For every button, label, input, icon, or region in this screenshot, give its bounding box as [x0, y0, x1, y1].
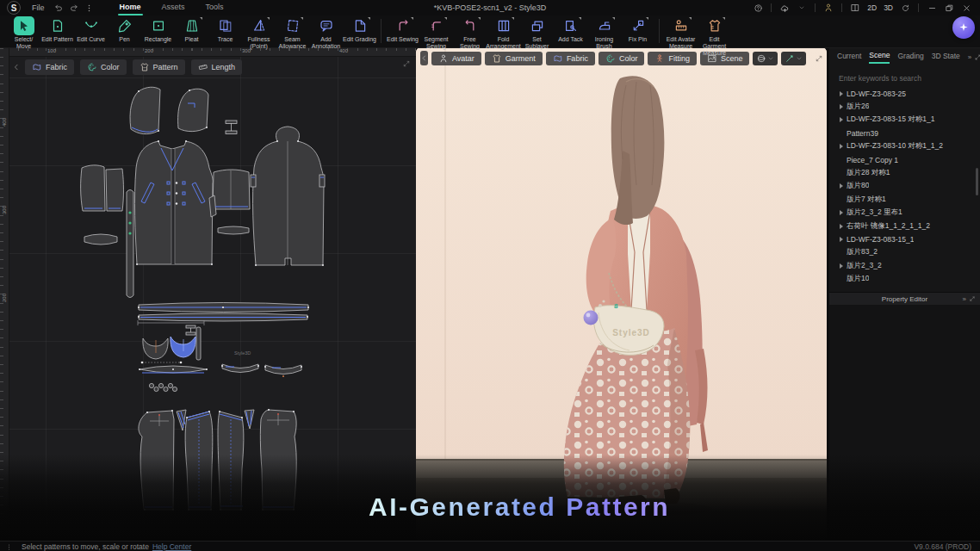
- scene-tree-item[interactable]: 版片7 对称1: [829, 193, 980, 206]
- tool-trace[interactable]: Trace: [208, 16, 242, 43]
- 2d-view-toggle[interactable]: 2D: [865, 3, 878, 12]
- tool-add-tack[interactable]: Add Tack: [554, 16, 587, 43]
- tree-item-label: Pattern39: [847, 129, 878, 138]
- color-palette-icon: [87, 62, 97, 72]
- edit-curve-icon: [81, 16, 102, 35]
- 2d-button-pattern[interactable]: Pattern: [133, 59, 185, 75]
- tree-scrollbar[interactable]: [976, 168, 978, 195]
- redo-icon[interactable]: [68, 2, 80, 14]
- tool-edit-curve[interactable]: Edit Curve: [74, 16, 108, 43]
- tool-rectangle[interactable]: Rectangle: [141, 16, 175, 43]
- expand-arrow-icon[interactable]: [840, 117, 843, 122]
- tree-item-label: Piece_7 Copy 1: [847, 156, 898, 164]
- tool-label: Fullness (Point): [242, 36, 276, 50]
- help-icon[interactable]: [751, 2, 765, 14]
- expand-arrow-icon[interactable]: [840, 91, 843, 96]
- tool-ironing-brush[interactable]: Ironing Brush: [587, 16, 621, 50]
- nav-tab-assets[interactable]: Assets: [152, 0, 195, 15]
- tool-label: Add Annotation: [309, 36, 343, 50]
- pleat-icon: [182, 16, 202, 35]
- bag-charm: [584, 311, 599, 325]
- selected-pattern-piece[interactable]: [171, 337, 195, 357]
- tool-set-sublayer[interactable]: Set Sublayer: [520, 16, 554, 50]
- undo-icon[interactable]: [53, 2, 65, 14]
- scene-tree-item[interactable]: 版片26: [829, 100, 980, 113]
- 2d-button-fabric[interactable]: Fabric: [25, 59, 74, 75]
- tool-fold-arrangement[interactable]: Fold Arrangement: [487, 16, 520, 50]
- sync-icon[interactable]: [898, 2, 912, 14]
- tool-seam-allowance[interactable]: Seam Allowance: [276, 16, 309, 50]
- scene-tree: LD-WF-Z3-083-25版片26LD-WF-Z3-083-15 对称1_1…: [829, 87, 980, 286]
- style3d-logo: S: [7, 1, 21, 15]
- collapse-property-editor-icon[interactable]: »: [963, 295, 966, 303]
- tree-item-label: 版片80: [847, 181, 869, 191]
- search-input[interactable]: [837, 73, 970, 84]
- ai-assistant-button[interactable]: [952, 16, 975, 39]
- scene-tree-item[interactable]: 版片83_2: [829, 246, 980, 259]
- tool-edit-pattern[interactable]: Edit Pattern: [40, 16, 74, 43]
- bottom-overlay: AI-Generated Pattern: [0, 455, 980, 541]
- tool-edit-avatar-measure[interactable]: Edit Avatar Measure: [664, 16, 698, 50]
- toolbar-separator: [381, 19, 381, 43]
- cloud-dropdown-icon[interactable]: [795, 2, 809, 14]
- scene-tree-item[interactable]: LD-WF-Z3-083-25: [829, 87, 980, 100]
- scene-tree-item[interactable]: 版片10: [829, 272, 980, 285]
- scene-tree-item[interactable]: 版片2_3_2 里布1: [829, 207, 980, 220]
- tool-select-move[interactable]: Select/ Move: [7, 16, 40, 50]
- user-avatar-icon[interactable]: [822, 2, 835, 14]
- property-editor-header[interactable]: Property Editor »: [829, 292, 980, 306]
- tool-free-sewing[interactable]: Free Sewing: [453, 16, 487, 50]
- tool-segment-sewing[interactable]: Segment Sewing: [419, 16, 453, 50]
- minimize-button[interactable]: [925, 2, 939, 14]
- scene-tree-item[interactable]: 右荷叶 镜像1_1_2_1_1_2: [829, 220, 980, 232]
- split-view-icon[interactable]: [848, 2, 862, 14]
- tool-label: Ironing Brush: [587, 36, 621, 50]
- scene-tree-item[interactable]: Piece_7 Copy 1: [829, 153, 980, 166]
- pattern-shirt-icon: [140, 62, 150, 72]
- more-menu-icon[interactable]: [84, 2, 96, 14]
- tool-label: Fix Pin: [629, 36, 647, 43]
- collapse-panel-icon[interactable]: [12, 63, 21, 71]
- scene-tree-item[interactable]: 版片2_3_2: [829, 259, 980, 272]
- tool-fullness-point[interactable]: Fullness (Point): [242, 16, 276, 50]
- tool-pen[interactable]: Pen: [108, 16, 141, 43]
- button-label: Length: [212, 63, 236, 71]
- restore-button[interactable]: [942, 2, 956, 14]
- close-button[interactable]: [959, 2, 973, 14]
- set-sublayer-icon: [527, 16, 548, 35]
- cloud-upload-icon[interactable]: [778, 2, 791, 14]
- scene-tree-item[interactable]: 版片80: [829, 180, 980, 193]
- nav-tab-home[interactable]: Home: [109, 0, 152, 15]
- expand-arrow-icon[interactable]: [840, 183, 843, 189]
- expand-arrow-icon[interactable]: [840, 237, 843, 242]
- tool-label: Add Tack: [558, 36, 583, 43]
- scene-tree-item[interactable]: LD-WF-Z3-083-15 对称1_1: [829, 114, 980, 127]
- tool-fix-pin[interactable]: Fix Pin: [621, 16, 654, 43]
- expand-arrow-icon[interactable]: [840, 144, 843, 149]
- tree-item-label: LD-WF-Z3-083-15 对称1_1: [847, 115, 935, 125]
- nav-tab-tools[interactable]: Tools: [195, 0, 234, 15]
- tool-pleat[interactable]: Pleat: [175, 16, 208, 43]
- tool-add-annotation[interactable]: Add Annotation: [309, 16, 343, 50]
- tool-edit-grading[interactable]: Edit Grading: [343, 16, 376, 43]
- 3d-view-toggle[interactable]: 3D: [882, 3, 895, 12]
- tool-edit-sewing[interactable]: Edit Sewing: [386, 16, 419, 43]
- tool-label: Edit Curve: [77, 36, 105, 43]
- expand-arrow-icon[interactable]: [840, 210, 843, 215]
- tool-edit-garment-measure[interactable]: Edit Garment Measure: [698, 16, 731, 56]
- divider: [815, 3, 816, 12]
- button-label: Pattern: [153, 63, 178, 71]
- expand-property-editor-icon[interactable]: [969, 295, 976, 302]
- scene-tree-item[interactable]: Pattern39: [829, 127, 980, 139]
- scene-tree-item[interactable]: 版片28 对称1: [829, 166, 980, 179]
- scene-tree-item[interactable]: LD-WF-Z3-083-15_1: [829, 232, 980, 245]
- scene-tree-item[interactable]: LD-WF-Z3-083-10 对称1_1_2: [829, 140, 980, 153]
- expand-arrow-icon[interactable]: [840, 104, 843, 109]
- expand-2d-panel-icon[interactable]: [402, 59, 411, 68]
- file-menu[interactable]: File: [26, 3, 51, 12]
- 2d-button-length[interactable]: Length: [191, 59, 243, 75]
- 2d-button-color[interactable]: Color: [80, 59, 127, 75]
- expand-arrow-icon[interactable]: [840, 224, 843, 229]
- help-center-link[interactable]: Help Center: [152, 542, 191, 551]
- expand-arrow-icon[interactable]: [840, 263, 843, 269]
